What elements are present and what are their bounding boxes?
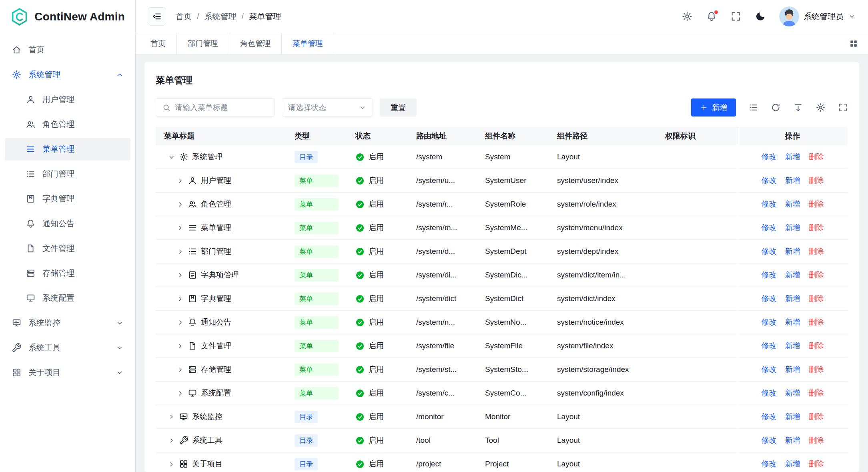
reset-button[interactable]: 重置 bbox=[380, 98, 417, 116]
sidebar-item-project[interactable]: 关于项目 bbox=[5, 361, 130, 384]
notifications-button[interactable] bbox=[706, 11, 717, 22]
row-expand-toggle[interactable] bbox=[176, 224, 184, 232]
tab-role[interactable]: 角色管理 bbox=[229, 33, 282, 54]
delete-link[interactable]: 删除 bbox=[809, 270, 824, 280]
search-input[interactable] bbox=[175, 103, 269, 112]
edit-link[interactable]: 修改 bbox=[762, 199, 777, 209]
menu-title: 存储管理 bbox=[201, 364, 231, 375]
edit-link[interactable]: 修改 bbox=[762, 388, 777, 398]
row-expand-toggle[interactable] bbox=[176, 177, 184, 185]
add-link[interactable]: 新增 bbox=[785, 435, 800, 446]
add-link[interactable]: 新增 bbox=[785, 459, 800, 469]
delete-link[interactable]: 删除 bbox=[809, 175, 824, 186]
sidebar-item-dict[interactable]: 字典管理 bbox=[5, 187, 130, 210]
row-expand-toggle[interactable] bbox=[176, 295, 184, 303]
fullscreen-button[interactable] bbox=[730, 11, 742, 22]
row-expand-toggle[interactable] bbox=[168, 460, 175, 468]
sidebar-item-file[interactable]: 文件管理 bbox=[5, 237, 130, 260]
add-link[interactable]: 新增 bbox=[785, 223, 800, 233]
row-expand-toggle[interactable] bbox=[176, 201, 184, 208]
menu-title: 文件管理 bbox=[201, 341, 231, 351]
sidebar-item-home[interactable]: 首页 bbox=[5, 38, 130, 61]
add-link[interactable]: 新增 bbox=[785, 388, 800, 398]
edit-link[interactable]: 修改 bbox=[762, 152, 777, 162]
tab-menu[interactable]: 菜单管理 bbox=[282, 33, 334, 54]
row-expand-toggle[interactable] bbox=[168, 413, 175, 421]
edit-link[interactable]: 修改 bbox=[762, 412, 777, 422]
sidebar-collapse-button[interactable] bbox=[148, 7, 166, 26]
add-button[interactable]: 新增 bbox=[691, 98, 736, 116]
add-link[interactable]: 新增 bbox=[785, 246, 800, 257]
tab-actions-button[interactable] bbox=[839, 33, 868, 54]
breadcrumb-item[interactable]: 系统管理 bbox=[204, 11, 237, 22]
delete-link[interactable]: 删除 bbox=[809, 435, 824, 446]
menu-title: 关于项目 bbox=[192, 459, 223, 469]
delete-link[interactable]: 删除 bbox=[809, 388, 824, 398]
sidebar-item-monitor[interactable]: 系统监控 bbox=[5, 311, 130, 334]
add-link[interactable]: 新增 bbox=[785, 270, 800, 280]
list-view-button[interactable] bbox=[748, 102, 758, 112]
delete-link[interactable]: 删除 bbox=[809, 293, 824, 304]
delete-link[interactable]: 删除 bbox=[809, 199, 824, 209]
edit-link[interactable]: 修改 bbox=[762, 223, 777, 233]
add-link[interactable]: 新增 bbox=[785, 364, 800, 375]
edit-link[interactable]: 修改 bbox=[762, 175, 777, 186]
sidebar-item-dept[interactable]: 部门管理 bbox=[5, 163, 130, 185]
refresh-button[interactable] bbox=[771, 102, 781, 112]
app-logo[interactable]: ContiNew Admin bbox=[0, 0, 135, 33]
row-expand-toggle[interactable] bbox=[176, 366, 184, 374]
edit-link[interactable]: 修改 bbox=[762, 317, 777, 327]
row-expand-toggle[interactable] bbox=[176, 390, 184, 397]
delete-link[interactable]: 删除 bbox=[809, 152, 824, 162]
cell-actions: 修改 新增 删除 bbox=[737, 193, 848, 216]
edit-link[interactable]: 修改 bbox=[762, 246, 777, 257]
breadcrumb-item[interactable]: 首页 bbox=[176, 11, 192, 22]
settings-button[interactable] bbox=[682, 11, 693, 22]
sidebar-item-notice[interactable]: 通知公告 bbox=[5, 212, 130, 235]
add-link[interactable]: 新增 bbox=[785, 152, 800, 162]
delete-link[interactable]: 删除 bbox=[809, 459, 824, 469]
row-expand-toggle[interactable] bbox=[168, 153, 175, 161]
sidebar-item-storage[interactable]: 存储管理 bbox=[5, 262, 130, 285]
delete-link[interactable]: 删除 bbox=[809, 364, 824, 375]
dark-mode-button[interactable] bbox=[755, 11, 766, 22]
edit-link[interactable]: 修改 bbox=[762, 364, 777, 375]
breadcrumb-item[interactable]: 菜单管理 bbox=[249, 11, 281, 22]
add-link[interactable]: 新增 bbox=[785, 293, 800, 304]
export-button[interactable] bbox=[793, 102, 803, 112]
sidebar-item-tool[interactable]: 系统工具 bbox=[5, 336, 130, 359]
add-link[interactable]: 新增 bbox=[785, 341, 800, 351]
delete-link[interactable]: 删除 bbox=[809, 341, 824, 351]
row-expand-toggle[interactable] bbox=[176, 248, 184, 255]
sidebar-item-config[interactable]: 系统配置 bbox=[5, 287, 130, 309]
add-link[interactable]: 新增 bbox=[785, 175, 800, 186]
add-link[interactable]: 新增 bbox=[785, 412, 800, 422]
delete-link[interactable]: 删除 bbox=[809, 412, 824, 422]
user-avatar[interactable] bbox=[779, 6, 799, 26]
row-expand-toggle[interactable] bbox=[176, 271, 184, 279]
edit-link[interactable]: 修改 bbox=[762, 293, 777, 304]
edit-link[interactable]: 修改 bbox=[762, 435, 777, 446]
edit-link[interactable]: 修改 bbox=[762, 270, 777, 280]
sidebar-item-system[interactable]: 系统管理 bbox=[5, 63, 130, 86]
sidebar-item-user[interactable]: 用户管理 bbox=[5, 88, 130, 111]
status-select[interactable]: 请选择状态 bbox=[282, 98, 373, 116]
row-expand-toggle[interactable] bbox=[168, 437, 175, 444]
add-link[interactable]: 新增 bbox=[785, 317, 800, 327]
delete-link[interactable]: 删除 bbox=[809, 246, 824, 257]
edit-link[interactable]: 修改 bbox=[762, 341, 777, 351]
add-link[interactable]: 新增 bbox=[785, 199, 800, 209]
table-settings-button[interactable] bbox=[816, 102, 826, 112]
tab-dept[interactable]: 部门管理 bbox=[177, 33, 229, 54]
chevron-down-icon bbox=[168, 153, 175, 161]
sidebar-item-menu[interactable]: 菜单管理 bbox=[5, 138, 130, 161]
tab-home[interactable]: 首页 bbox=[140, 33, 177, 54]
edit-link[interactable]: 修改 bbox=[762, 459, 777, 469]
row-expand-toggle[interactable] bbox=[176, 319, 184, 326]
delete-link[interactable]: 删除 bbox=[809, 223, 824, 233]
table-fullscreen-button[interactable] bbox=[838, 102, 848, 112]
delete-link[interactable]: 删除 bbox=[809, 317, 824, 327]
row-expand-toggle[interactable] bbox=[176, 342, 184, 350]
sidebar-item-role[interactable]: 角色管理 bbox=[5, 113, 130, 136]
user-menu[interactable]: 系统管理员 bbox=[779, 6, 856, 26]
